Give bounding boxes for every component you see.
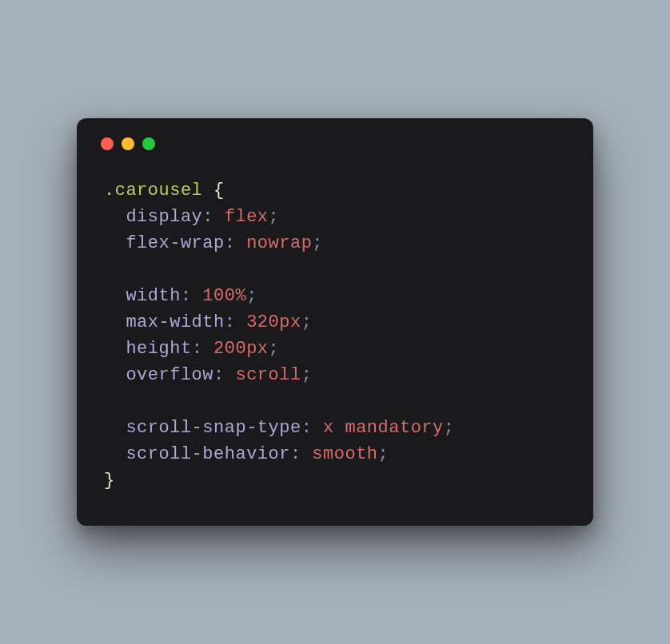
- minimize-icon[interactable]: [122, 137, 134, 150]
- css-value: smooth: [312, 444, 377, 464]
- css-property: scroll-snap-type: [126, 418, 301, 438]
- css-value: flex: [225, 207, 269, 227]
- css-selector: .carousel: [104, 181, 202, 201]
- css-value: x mandatory: [323, 418, 444, 438]
- css-property: flex-wrap: [126, 233, 224, 253]
- css-property: scroll-behavior: [126, 444, 290, 464]
- brace-close: }: [104, 471, 115, 491]
- code-window: .carousel { display: flex; flex-wrap: no…: [77, 118, 593, 526]
- css-property: display: [126, 207, 202, 227]
- css-value: 320px: [246, 312, 301, 332]
- css-property: width: [126, 286, 181, 306]
- css-property: overflow: [126, 365, 213, 385]
- css-property: height: [126, 339, 191, 359]
- css-value: scroll: [235, 365, 301, 385]
- close-icon[interactable]: [101, 137, 114, 150]
- css-value: nowrap: [246, 233, 312, 253]
- css-value: 100%: [202, 286, 246, 306]
- brace-open: {: [213, 181, 225, 201]
- css-value: 200px: [213, 339, 269, 359]
- css-property: max-width: [126, 312, 224, 332]
- window-controls: [101, 137, 566, 150]
- maximize-icon[interactable]: [142, 137, 155, 150]
- code-block: .carousel { display: flex; flex-wrap: no…: [104, 177, 566, 494]
